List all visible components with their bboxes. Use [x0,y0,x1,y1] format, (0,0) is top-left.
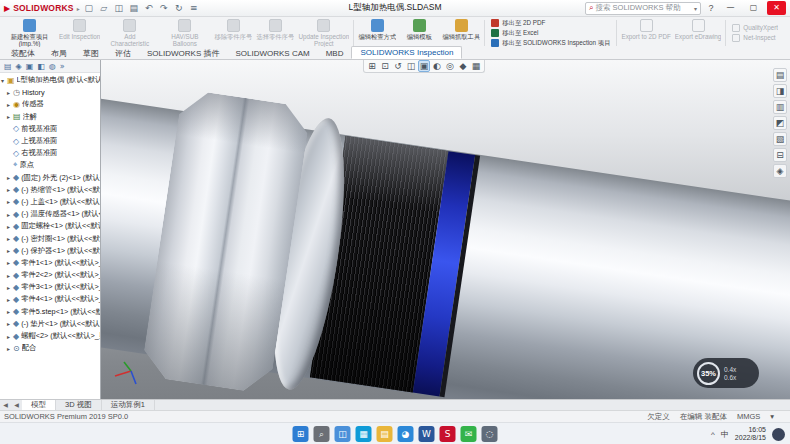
tree-item-top-plane[interactable]: ◇上视基准面 [0,135,100,147]
search-button[interactable]: ⌕ [314,426,330,442]
minimize-button[interactable]: — [721,1,740,15]
edit-appearance-icon[interactable]: ◆ [457,60,469,72]
close-button[interactable]: ✕ [767,1,786,15]
tab-3d-views[interactable]: 3D 视图 [56,400,102,410]
help-button[interactable]: ? [705,3,717,13]
chat-button[interactable]: ✉ [461,426,477,442]
tree-item-part[interactable]: ▸◆固定螺栓<1> (默认<<默认>_显示状... [0,220,100,232]
edge-button[interactable]: ◕ [398,426,414,442]
search-caret-icon[interactable]: ▾ [694,5,697,12]
solidworks-button[interactable]: S [440,426,456,442]
export-excel-item[interactable]: 移出至 Excel [491,29,610,37]
new-inspection-project-button[interactable]: 新建检查项目(imp.%) [2,18,57,48]
tree-item-history[interactable]: ▸◷History [0,86,100,98]
add-characteristic-button[interactable]: Add Characteristic [102,18,157,48]
tree-item-sensors[interactable]: ▸◉传感器 [0,98,100,110]
ime-indicator[interactable]: 中 [721,429,729,440]
viewport-side-tool-icon[interactable]: ◈ [773,164,787,178]
status-units[interactable]: MMGS [737,412,760,421]
tree-item-part[interactable]: ▸◆(-) 保护器<1> (默认<<默认>_... [0,245,100,257]
displaymanager-tab-icon[interactable]: ◍ [49,62,56,71]
hide-show-items-icon[interactable]: ◎ [444,60,456,72]
tab-solidworks-inspection[interactable]: SOLIDWORKS Inspection [351,46,462,59]
tree-item-part[interactable]: ▸◆零件1<1> (默认<<默认>_显示状态 [0,257,100,269]
maximize-button[interactable]: ▢ [744,1,763,15]
viewport-side-tool-icon[interactable]: ▥ [773,100,787,114]
tab-solidworks-addins[interactable]: SOLIDWORKS 插件 [139,48,227,59]
tab-layout[interactable]: 布局 [43,48,75,59]
tree-item-assembly-root[interactable]: ▾▣L型轴加热电偶 (默认<默认_显示状态-1 [0,74,100,86]
tree-item-part[interactable]: ▸◆零件2<2> (默认<<默认>_... [0,269,100,281]
viewport-side-tool-icon[interactable]: ⊟ [773,148,787,162]
tab-sketch[interactable]: 草图 [75,48,107,59]
export-edrawing-button[interactable]: Export eDrawing [673,18,724,48]
tree-item-part[interactable]: ▸◆(固定) 外壳 (2)<1> (默认<<默认>_显示状 [0,172,100,184]
tree-item-part[interactable]: ▸◆(-) 密封圈<1> (默认<<默认>_显... [0,232,100,244]
view-orientation-icon[interactable]: ▣ [418,60,430,72]
tree-item-part[interactable]: ▸◆(-) 热缩管<1> (默认<<默认>_显... [0,184,100,196]
menu-expand-arrow-icon[interactable]: ▸ [77,5,80,12]
tree-item-part[interactable]: ▸◆(-) 温度传感器<1> (默认<<默认... [0,208,100,220]
hav-sub-balloons-button[interactable]: HAV/SUB Balloons [157,18,212,48]
edit-inspection-method-button[interactable]: 编辑检查方式 [356,18,398,48]
update-inspection-project-button[interactable]: Update Inspection Project [296,18,351,48]
zoom-fit-icon[interactable]: ⊞ [366,60,378,72]
edit-inspection-button[interactable]: Edit Inspection [57,18,102,48]
configurationmanager-tab-icon[interactable]: ▣ [26,62,34,71]
file-explorer-button[interactable]: ▤ [377,426,393,442]
tree-item-origin[interactable]: ⌖原点 [0,159,100,171]
tab-assembly[interactable]: 装配体 [3,48,43,59]
tray-expand-icon[interactable]: ^ [711,430,715,439]
select-balloons-button[interactable]: 选择零件序号 [254,18,296,48]
panel-overflow-icon[interactable]: » [60,62,65,71]
edit-template-button[interactable]: 编辑模板 [398,18,440,48]
net-inspect-item[interactable]: Net-Inspect [732,34,778,42]
viewport-side-tool-icon[interactable]: ◨ [773,84,787,98]
tab-solidworks-cam[interactable]: SOLIDWORKS CAM [227,48,317,59]
viewport-side-tool-icon[interactable]: ◩ [773,116,787,130]
help-search-input[interactable]: ⌕ 搜索 SOLIDWORKS 帮助 ▾ [585,2,701,15]
dimxpertmanager-tab-icon[interactable]: ◧ [37,62,45,71]
word-button[interactable]: W [419,426,435,442]
units-caret-icon[interactable]: ▾ [770,412,774,421]
tree-item-front-plane[interactable]: ◇前视基准面 [0,123,100,135]
propertymanager-tab-icon[interactable]: ◈ [16,62,22,71]
widgets-button[interactable]: ▦ [356,426,372,442]
scroll-tabs-left-icon[interactable]: ◀ [0,400,11,410]
tree-item-part[interactable]: ▸◆零件5.step<1> (默认<<默认>... [0,306,100,318]
taskbar-clock[interactable]: 16:05 2022/8/15 [735,426,766,443]
options-icon[interactable]: ≡ [188,1,200,16]
tree-item-right-plane[interactable]: ◇右视基准面 [0,147,100,159]
task-view-button[interactable]: ◫ [335,426,351,442]
save-icon[interactable]: ◫ [113,1,125,16]
new-file-icon[interactable]: ▢ [83,1,95,16]
tab-evaluate[interactable]: 评估 [107,48,139,59]
export-to-2d-pdf-button[interactable]: Export to 2D PDF [619,18,672,48]
previous-view-icon[interactable]: ↺ [392,60,404,72]
display-style-icon[interactable]: ◐ [431,60,443,72]
export-2d-pdf-item[interactable]: 移出至 2D PDF [491,19,610,27]
section-view-icon[interactable]: ◫ [405,60,417,72]
tree-item-annotations[interactable]: ▸▤注解 [0,111,100,123]
open-file-icon[interactable]: ▱ [98,1,110,16]
viewport-side-tool-icon[interactable]: ▤ [773,68,787,82]
qualityxpert-item[interactable]: QualityXpert [732,24,778,32]
undo-icon[interactable]: ↶ [143,1,155,16]
tree-item-part[interactable]: ▸◆零件4<1> (默认<<默认>_... [0,293,100,305]
tree-item-part[interactable]: ▸◆(-) 上盖<1> (默认<<默认>_显示状... [0,196,100,208]
tree-item-part[interactable]: ▸◆螺帽<2> (默认<<默认>_显示状... [0,330,100,342]
export-inspection-project-item[interactable]: 移出至 SOLIDWORKS Inspection 项目 [491,39,610,47]
tab-motion-study[interactable]: 运动算例1 [102,400,155,410]
scroll-tabs-left-icon[interactable]: ◀ [11,400,22,410]
edit-capture-tool-button[interactable]: 编辑抓取工具 [440,18,482,48]
print-icon[interactable]: ▤ [128,1,140,16]
apply-scene-icon[interactable]: ▦ [470,60,482,72]
viewport-side-tool-icon[interactable]: ▧ [773,132,787,146]
tree-item-mates[interactable]: ▸⊙配合 [0,342,100,354]
redo-icon[interactable]: ↷ [158,1,170,16]
start-button[interactable]: ⊞ [293,426,309,442]
tab-model[interactable]: 模型 [22,400,56,410]
remove-balloons-button[interactable]: 移除零件序号 [212,18,254,48]
viewport-3d[interactable]: ⊞ ⊡ ↺ ◫ ▣ ◐ ◎ ◆ ▦ ▤ ◨ ▥ ◩ ▧ ⊟ ◈ 35% 0.4x… [101,60,790,399]
tab-mbd[interactable]: MBD [318,48,352,59]
